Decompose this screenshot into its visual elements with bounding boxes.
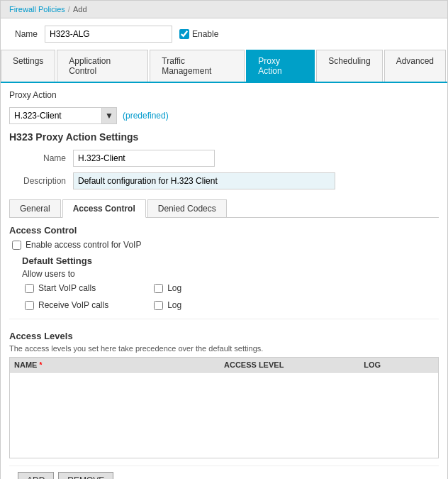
h323-section-title: H323 Proxy Action Settings [9,131,439,143]
proxy-action-select-row: ▼ (predefined) [9,107,439,124]
proxy-action-label: Proxy Action [9,90,57,100]
inner-tabs: General Access Control Denied Codecs [9,199,439,218]
tab-advanced[interactable]: Advanced [384,50,446,82]
add-button[interactable]: ADD [18,472,54,479]
table-body [10,373,438,458]
access-levels-desc: The access levels you set here take prec… [9,344,439,353]
main-content: Proxy Action ▼ (predefined) H323 Proxy A… [1,83,447,479]
start-voip-label: Start VoIP calls [38,283,96,293]
th-access-level: ACCESS LEVEL [224,360,364,369]
allow-users-label: Allow users to [22,269,439,279]
name-label: Name [9,29,38,39]
log-start-label: Log [167,283,181,293]
voip-left-col: Start VoIP calls Receive VoIP calls [22,283,108,313]
voip-checkboxes: Start VoIP calls Receive VoIP calls Log … [22,283,439,313]
start-voip-checkbox[interactable] [25,284,34,293]
remove-button[interactable]: REMOVE [58,472,113,479]
tab-scheduling[interactable]: Scheduling [316,50,382,82]
inner-tab-general[interactable]: General [9,199,61,217]
divider [9,319,439,319]
receive-voip-checkbox[interactable] [25,301,34,310]
enable-voip-checkbox[interactable] [12,241,21,250]
name-row: Name Enable [1,18,447,50]
table-header: NAME * ACCESS LEVEL LOG [10,358,438,373]
h323-desc-input[interactable] [73,172,335,189]
h323-name-row: Name [9,150,439,167]
log-receive-row: Log [151,300,181,310]
access-control-title: Access Control [9,225,439,236]
access-levels-section: Access Levels The access levels you set … [9,331,439,458]
h323-desc-row: Description [9,172,439,189]
log-receive-label: Log [167,300,181,310]
bottom-actions: ADD REMOVE [9,466,439,479]
tab-application-control[interactable]: Application Control [57,50,148,82]
chevron-down-icon: ▼ [105,111,113,121]
name-asterisk: * [39,361,42,369]
breadcrumb-separator: / [68,5,70,13]
start-voip-row: Start VoIP calls [22,283,108,293]
tab-traffic-management[interactable]: Traffic Management [150,50,245,82]
th-name: NAME * [14,360,224,369]
breadcrumb: Firewall Policies / Add [1,1,447,18]
enable-label: Enable [192,29,218,39]
receive-voip-label: Receive VoIP calls [38,300,108,310]
th-log: LOG [364,360,434,369]
h323-name-label: Name [9,153,73,163]
access-levels-table: NAME * ACCESS LEVEL LOG [9,357,439,458]
breadcrumb-current: Add [73,5,87,13]
inner-tab-access-control[interactable]: Access Control [62,199,146,218]
proxy-action-dropdown-btn[interactable]: ▼ [101,107,117,124]
breadcrumb-parent[interactable]: Firewall Policies [9,5,65,13]
tab-proxy-action[interactable]: Proxy Action [246,50,315,82]
voip-right-col: Log Log [151,283,181,313]
access-control-section: Access Control Enable access control for… [9,225,439,313]
proxy-action-row: Proxy Action [9,90,439,100]
name-input[interactable] [45,26,172,43]
tab-settings[interactable]: Settings [1,50,55,82]
default-settings-title: Default Settings [22,255,439,266]
log-start-checkbox[interactable] [154,284,163,293]
main-tabs: Settings Application Control Traffic Man… [1,50,447,83]
access-levels-title: Access Levels [9,331,439,341]
predefined-link[interactable]: (predefined) [123,111,169,121]
log-start-row: Log [151,283,181,293]
enable-voip-row: Enable access control for VoIP [9,240,439,250]
proxy-action-select: ▼ [9,107,117,124]
enable-checkbox[interactable] [179,29,189,39]
enable-wrap: Enable [179,29,218,39]
proxy-action-input[interactable] [9,107,101,124]
enable-voip-label: Enable access control for VoIP [26,240,141,250]
inner-tab-denied-codecs[interactable]: Denied Codecs [147,199,227,217]
h323-name-input[interactable] [73,150,215,167]
receive-voip-row: Receive VoIP calls [22,300,108,310]
log-receive-checkbox[interactable] [154,301,163,310]
h323-desc-label: Description [9,176,73,186]
